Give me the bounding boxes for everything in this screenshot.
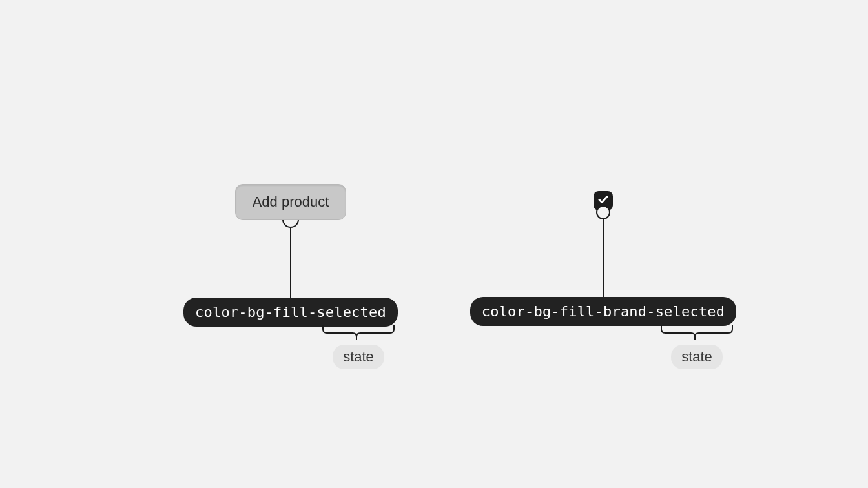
token-pill-right: color-bg-fill-brand-selected [470,297,736,326]
connector-right [596,205,610,297]
token-pill-left: color-bg-fill-selected [183,298,398,327]
token-example-right: color-bg-fill-brand-selected [462,191,745,326]
add-product-button-label: Add product [253,194,329,210]
connector-marker-circle [596,205,610,219]
token-example-left: Add product color-bg-fill-selected [178,184,404,327]
add-product-button[interactable]: Add product [235,184,347,220]
state-pill-left: state [333,345,384,369]
token-text-right: color-bg-fill-brand-selected [482,303,725,320]
state-label-right: state [681,349,712,365]
curly-bracket-right [660,325,734,338]
state-label-left: state [343,349,374,365]
bracket-group-left: state [322,325,395,369]
curly-bracket-left [322,325,395,338]
connector-left [282,211,299,298]
token-text-left: color-bg-fill-selected [195,304,386,320]
connector-line [290,228,291,298]
connector-line [603,219,604,297]
bracket-group-right: state [660,325,734,369]
state-pill-right: state [671,345,723,369]
